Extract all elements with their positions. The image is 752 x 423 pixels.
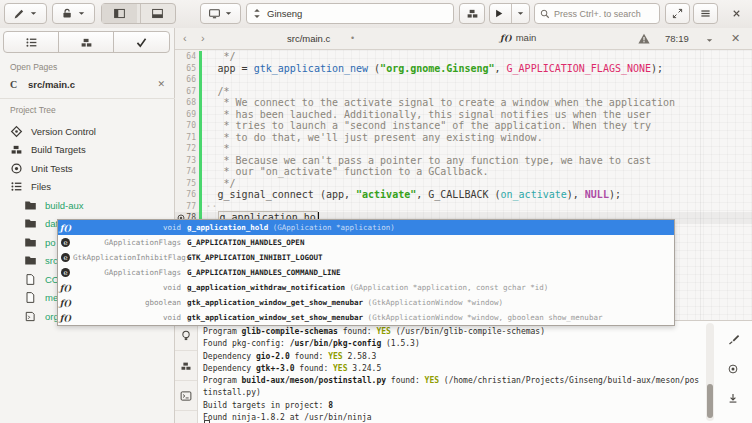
close-editor-icon[interactable]: ✕ (731, 32, 740, 45)
chevron-down-icon[interactable] (705, 36, 714, 45)
lock-icon (61, 7, 74, 20)
completion-row[interactable]: ƒ()voidgtk_application_window_set_show_m… (58, 310, 674, 325)
project-name: Ginseng (267, 8, 302, 19)
completion-row[interactable]: eGApplicationFlagsG_APPLICATION_HANDLES_… (58, 265, 674, 280)
folder-icon (24, 199, 37, 212)
tree-item-label: po (45, 237, 56, 248)
todo-list-icon (25, 36, 38, 49)
code-line-69[interactable]: 69 * has been lauched. Additionally, thi… (175, 109, 752, 121)
bricks-icon (180, 360, 192, 372)
sidebar-tab-tests[interactable] (113, 31, 170, 53)
bricks-icon (466, 7, 479, 20)
tree-item-build-aux[interactable]: build-aux (0, 196, 175, 214)
menu-button[interactable] (693, 3, 718, 24)
code-line-75[interactable]: 75 */ (175, 178, 752, 190)
warning-icon[interactable] (638, 33, 650, 44)
window-close-button[interactable] (724, 3, 748, 24)
output-line: Dependency gio-2.0 found: YES 2.58.3 (203, 351, 705, 363)
build-output[interactable]: Program glib-compile-schemas found: YES … (203, 321, 705, 423)
completion-row[interactable]: eGApplicationFlagsG_APPLICATION_HANDLES_… (58, 235, 674, 250)
perspective-button[interactable] (4, 3, 47, 24)
fullscreen-button[interactable] (665, 3, 690, 24)
code-line-67[interactable]: 67 /* (175, 86, 752, 98)
save-output-button[interactable] (727, 392, 739, 405)
open-page-label: src/main.c (28, 79, 157, 90)
device-selector-button[interactable] (200, 3, 241, 24)
symbol-breadcrumb[interactable]: ƒ() main (500, 32, 536, 43)
folder-icon (24, 217, 37, 230)
nav-back-icon[interactable]: ‹ (183, 32, 187, 45)
function-icon: ƒ() (58, 313, 73, 323)
code-line-65[interactable]: 65 app = gtk_application_new ("org.gnome… (175, 63, 752, 75)
open-page-row[interactable]: C src/main.c ✕ (0, 74, 175, 94)
panel-tab-terminal[interactable] (175, 381, 197, 411)
code-line-72[interactable]: 72 * (175, 143, 752, 155)
code-line-71[interactable]: 71 * to do that, we'll just present any … (175, 132, 752, 144)
completion-row[interactable]: ƒ()voidg_application_hold (GApplication … (58, 220, 674, 235)
code-text: * has been lauched. Additionally, this s… (202, 109, 752, 121)
completion-params: (GtkApplicationWindow *window) (363, 298, 503, 307)
code-line-73[interactable]: 73 * Because we can't pass a pointer to … (175, 155, 752, 167)
sidebar-tab-project[interactable] (3, 31, 59, 53)
completion-name: GTK_APPLICATION_INHIBIT_LOGOUT (187, 253, 322, 262)
completion-return-type: GApplicationFlags (73, 238, 181, 247)
function-icon: ƒ() (58, 283, 73, 293)
completion-name: gtk_application_window_set_show_menubar (187, 313, 363, 322)
clear-output-button[interactable] (727, 333, 740, 346)
monitor-icon (208, 7, 221, 20)
sidebar-tab-build[interactable] (58, 31, 114, 53)
follow-output-button[interactable] (727, 363, 739, 375)
toggle-left-panel-button[interactable] (102, 4, 137, 23)
file-icon (24, 273, 37, 286)
nav-forward-icon[interactable]: › (201, 32, 205, 45)
run-button[interactable] (490, 4, 508, 23)
panel-scrollbar-thumb[interactable] (707, 384, 713, 418)
completion-name: g_application_hold (187, 223, 268, 232)
toggle-bottom-panel-button[interactable] (140, 4, 176, 23)
code-line-64[interactable]: 64 */ (175, 51, 752, 63)
build-button[interactable] (459, 3, 485, 24)
modified-indicator: • (351, 33, 354, 43)
cursor-position[interactable]: 78:19 (665, 33, 689, 44)
completion-row[interactable]: ƒ()voidg_application_withdraw_notificati… (58, 280, 674, 295)
code-text: */ (202, 51, 752, 63)
file-title[interactable]: src/main.c (287, 33, 330, 44)
tree-item-version-control[interactable]: Version Control (0, 122, 175, 140)
panel-scrollbar[interactable] (706, 323, 714, 421)
code-text: * Because we can't pass a pointer to any… (202, 155, 752, 167)
lightbulb-icon (180, 329, 192, 342)
run-options-button[interactable] (511, 4, 530, 23)
code-line-74[interactable]: 74 * our "on_activate" function to a GCa… (175, 166, 752, 178)
code-text: * our "on_activate" function to a GCallb… (202, 166, 752, 178)
output-line: Found ninja-1.8.2 at /usr/bin/ninja (203, 412, 705, 423)
output-line: tinstall.py) (203, 387, 705, 399)
output-line: Program build-aux/meson/postinstall.py f… (203, 375, 705, 387)
build-config-button[interactable] (52, 3, 95, 24)
code-text: * to do that, we'll just present any exi… (202, 132, 752, 144)
tree-item-files[interactable]: Files (0, 178, 175, 196)
panel-tab-strip (175, 321, 198, 423)
completion-return-type: GApplicationFlags (73, 268, 181, 277)
global-search-input[interactable]: Press Ctrl+. to search (534, 3, 660, 24)
code-line-68[interactable]: 68 * We connect to the activate signal t… (175, 97, 752, 109)
line-number: 71 (175, 132, 199, 144)
completion-name: G_APPLICATION_HANDLES_OPEN (187, 238, 304, 247)
panel-tab-build[interactable] (175, 351, 197, 381)
code-line-66[interactable]: 66 (175, 74, 752, 86)
expand-icon (672, 8, 683, 19)
symbol-name: main (516, 32, 537, 43)
tree-item-build-targets[interactable]: Build Targets (0, 141, 175, 159)
line-number: 64 (175, 51, 199, 63)
code-text: * We connect to the activate signal to c… (202, 97, 752, 109)
completion-row[interactable]: ƒ()gbooleangtk_application_window_get_sh… (58, 295, 674, 310)
file-icon (24, 291, 37, 304)
completion-row[interactable]: eGtkApplicationInhibitFlagsGTK_APPLICATI… (58, 250, 674, 265)
function-icon: ƒ() (58, 223, 73, 233)
close-page-icon[interactable]: ✕ (157, 79, 165, 89)
code-line-70[interactable]: 70 * tries to launch a "second instance"… (175, 120, 752, 132)
output-line: Build targets in project: 8 (203, 400, 705, 412)
code-line-76[interactable]: 76 g_signal_connect (app, "activate", G_… (175, 189, 752, 201)
tree-item-label: Unit Tests (31, 163, 73, 174)
tree-item-unit-tests[interactable]: Unit Tests (0, 159, 175, 177)
omnibar-build-status[interactable]: Ginseng (246, 3, 454, 24)
